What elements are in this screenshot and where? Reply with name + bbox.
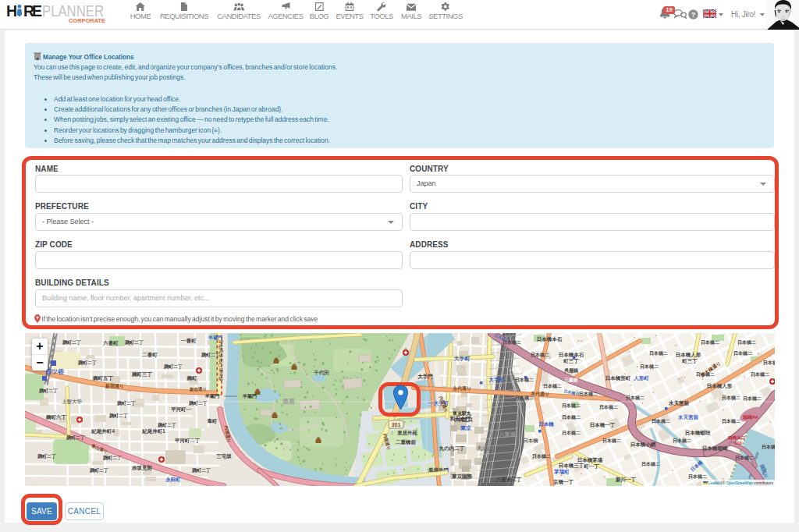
svg-text:日本橋二: 日本橋二 (579, 391, 598, 397)
svg-text:麹町二丁: 麹町二丁 (124, 339, 144, 346)
svg-text:箱崎出口: 箱崎出口 (727, 435, 745, 441)
svg-text:赤坂見附: 赤坂見附 (131, 465, 153, 471)
svg-text:紀尾井町1: 紀尾井町1 (141, 428, 165, 434)
svg-text:三越前: 三越前 (564, 377, 578, 383)
svg-text:紀尾井町4: 紀尾井町4 (91, 428, 115, 434)
svg-text:麹町二丁: 麹町二丁 (201, 352, 220, 358)
svg-text:H: H (6, 2, 17, 20)
svg-text:麹町二丁: 麹町二丁 (102, 455, 122, 461)
svg-text:日本橋二: 日本橋二 (532, 453, 551, 459)
svg-text:町三丁: 町三丁 (563, 358, 579, 364)
svg-text:麹町二丁: 麹町二丁 (191, 467, 211, 473)
svg-text:東京国際: 東京国際 (451, 473, 473, 480)
svg-text:日本橋二: 日本橋二 (751, 371, 769, 378)
svg-text:箱崎PA: 箱崎PA (742, 414, 759, 420)
svg-text:日本橋人形: 日本橋人形 (676, 352, 701, 358)
svg-text:麹町: 麹町 (186, 375, 198, 381)
svg-text:日本橋箱崎: 日本橋箱崎 (702, 445, 728, 452)
svg-text:日本橋二: 日本橋二 (543, 383, 562, 389)
svg-text:大手町: 大手町 (488, 377, 504, 383)
svg-text:日本橋二: 日本橋二 (735, 455, 754, 461)
svg-text:上智大学: 上智大学 (62, 399, 83, 405)
svg-text:日本橋二: 日本橋二 (599, 404, 618, 410)
svg-text:日本橋二: 日本橋二 (673, 438, 691, 444)
svg-text:日本橋一丁: 日本橋一丁 (590, 422, 616, 428)
svg-text:?: ? (691, 11, 696, 19)
svg-text:東京: 東京 (460, 424, 471, 431)
svg-text:日本橋二: 日本橋二 (696, 371, 715, 378)
svg-text:日本橋二: 日本橋二 (562, 414, 581, 420)
svg-text:日本橋二: 日本橋二 (737, 339, 756, 346)
svg-text:四ツ谷: 四ツ谷 (45, 368, 65, 375)
svg-text:永代通り: 永代通り (452, 385, 471, 392)
svg-text:日本橋二: 日本橋二 (626, 395, 645, 401)
svg-text:日本橋二: 日本橋二 (722, 418, 740, 424)
svg-text:麹町二丁: 麹町二丁 (62, 339, 81, 346)
svg-text:六番町: 六番町 (102, 340, 119, 346)
svg-text:日本橋二: 日本橋二 (649, 350, 668, 356)
svg-text:日本橋二: 日本橋二 (722, 395, 740, 401)
svg-text:日本橋二: 日本橋二 (743, 395, 762, 402)
svg-text:町一丁: 町一丁 (584, 463, 599, 470)
svg-text:麹町二丁: 麹町二丁 (108, 413, 128, 419)
svg-text:八重洲: 八重洲 (499, 431, 516, 438)
svg-text:半蔵門: 半蔵門 (242, 393, 257, 399)
svg-text:呉服橋: 呉服橋 (564, 367, 579, 374)
svg-text:日本橋二: 日本橋二 (641, 461, 660, 467)
svg-text:日本橋蛎殻: 日本橋蛎殻 (685, 430, 711, 436)
svg-text:麹町二丁: 麹町二丁 (116, 400, 136, 406)
svg-text:日本橋二: 日本橋二 (733, 350, 752, 356)
svg-text:首都高速都心環状線: 首都高速都心環状線 (218, 339, 224, 381)
svg-text:隼町: 隼町 (207, 418, 218, 424)
svg-text:日本橋二: 日本橋二 (602, 438, 621, 444)
svg-text:日本橋二: 日本橋二 (502, 339, 521, 346)
svg-text:永田町: 永田町 (165, 477, 181, 483)
svg-text:麹町二丁: 麹町二丁 (38, 388, 58, 394)
svg-text:皇居外苑: 皇居外苑 (397, 430, 418, 436)
svg-text:麹町二丁: 麹町二丁 (89, 467, 108, 473)
svg-text:麹町二丁: 麹町二丁 (77, 360, 97, 366)
svg-text:平河町一: 平河町一 (171, 406, 192, 413)
svg-text:大手町: 大手町 (454, 356, 471, 362)
svg-text:京橋一丁: 京橋一丁 (552, 479, 574, 485)
svg-text:麹町二丁: 麹町二丁 (66, 434, 85, 441)
svg-text:日本橋小網: 日本橋小網 (630, 442, 656, 448)
svg-text:二重橋前: 二重橋前 (395, 439, 417, 445)
svg-text:半蔵門: 半蔵門 (208, 335, 222, 341)
svg-text:CORPORATE: CORPORATE (69, 17, 105, 24)
svg-text:麹町三丁: 麹町三丁 (131, 371, 153, 378)
svg-text:麹町二丁: 麹町二丁 (37, 453, 56, 459)
svg-text:日本橋二: 日本橋二 (515, 395, 534, 401)
svg-text:日本橋二: 日本橋二 (640, 364, 659, 370)
svg-text:日本橋本石: 日本橋本石 (537, 336, 563, 342)
svg-text:茅場町: 茅場町 (553, 469, 570, 475)
svg-text:皇居: 皇居 (282, 398, 295, 405)
svg-text:麹町六丁: 麹町六丁 (45, 414, 67, 420)
svg-text:半蔵門: 半蔵門 (204, 393, 219, 399)
svg-text:日本橋二: 日本橋二 (688, 473, 707, 480)
svg-text:新宿通り: 新宿通り (189, 386, 207, 392)
svg-text:大手門: 大手門 (417, 374, 433, 380)
svg-text:水天宮前: 水天宮前 (668, 400, 690, 406)
svg-text:301: 301 (392, 422, 401, 427)
svg-text:日本橋二: 日本橋二 (763, 360, 775, 366)
svg-text:丸の内: 丸の内 (476, 445, 493, 452)
svg-text:RE: RE (23, 2, 42, 20)
svg-text:東京駅丸: 東京駅丸 (452, 410, 471, 417)
svg-text:日本橋三丁: 日本橋三丁 (559, 463, 584, 469)
svg-text:日本橋二: 日本橋二 (562, 430, 581, 436)
svg-text:日本橋二: 日本橋二 (701, 339, 719, 346)
svg-text:日本橋: 日本橋 (523, 438, 538, 444)
svg-text:麹町二丁: 麹町二丁 (157, 422, 176, 428)
svg-text:一番町: 一番町 (181, 338, 197, 344)
svg-text:二番町: 二番町 (141, 352, 158, 358)
svg-text:人形町: 人形町 (633, 375, 649, 381)
svg-text:日本橋人形: 日本橋人形 (707, 383, 733, 389)
svg-text:日本橋本石: 日本橋本石 (559, 352, 584, 358)
svg-text:麹町二丁: 麹町二丁 (163, 364, 183, 370)
svg-text:麹町二丁: 麹町二丁 (188, 400, 208, 406)
svg-text:日本橋二: 日本橋二 (652, 418, 670, 424)
svg-text:水天宮前: 水天宮前 (677, 414, 699, 420)
svg-text:町三丁: 町三丁 (682, 358, 698, 364)
svg-text:日本橋二: 日本橋二 (562, 403, 581, 409)
